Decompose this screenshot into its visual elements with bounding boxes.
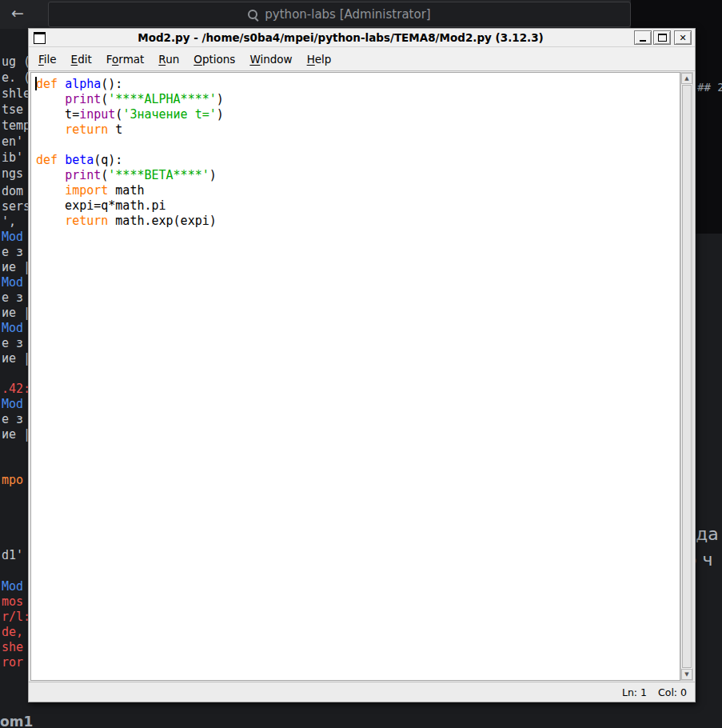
background-text-fragment: e. (	[2, 70, 30, 86]
background-text-fragment: shle	[2, 86, 30, 102]
menu-item-run[interactable]: Run	[151, 50, 186, 69]
menu-item-options[interactable]: Options	[186, 50, 242, 69]
background-text-fragment: ие |	[2, 351, 30, 366]
code-line: def beta(q):	[36, 153, 678, 168]
text-editor[interactable]: def alpha(): print('****ALPHA****') t=in…	[30, 72, 680, 681]
background-text-fragment: e з	[2, 412, 23, 427]
background-text-fragment: r/l:	[2, 610, 30, 625]
window-title: Mod2.py - /home/s0ba4/mpei/python-labs/T…	[49, 31, 632, 44]
background-text-fragment: да	[696, 526, 719, 542]
text-cursor	[35, 77, 37, 90]
background-text-fragment: d1'	[2, 548, 23, 563]
background-text-fragment: e з	[2, 245, 23, 260]
search-bar-text: python-labs [Administrator]	[265, 7, 430, 22]
background-text-fragment: ',	[2, 214, 23, 230]
status-line-number: Ln: 1	[622, 686, 647, 698]
background-text-fragment: ror	[2, 655, 23, 670]
background-text-fragment: dom	[2, 184, 23, 199]
background-text-fragment: sers	[2, 199, 30, 214]
background-text-fragment: ие |	[2, 427, 30, 442]
scrollbar-thumb[interactable]	[682, 85, 692, 668]
background-text-fragment: mpo	[2, 473, 23, 488]
background-text-fragment: Mod	[2, 579, 23, 594]
menu-item-help[interactable]: Help	[300, 50, 339, 69]
menu-item-window[interactable]: Window	[242, 50, 299, 69]
minimize-button[interactable]	[634, 30, 652, 45]
code-line: return t	[36, 122, 678, 138]
code-line: t=input('Значение t=')	[36, 107, 678, 122]
code-line: print('****ALPHA****')	[36, 92, 678, 107]
code-line: import math	[36, 183, 678, 198]
window-icon[interactable]	[34, 32, 46, 44]
menu-item-format[interactable]: Format	[99, 50, 152, 69]
scroll-up-arrow-icon[interactable]: ▲	[681, 73, 692, 84]
code-line: expi=q*math.pi	[36, 198, 678, 214]
back-arrow-icon[interactable]: ←	[11, 4, 24, 22]
vertical-scrollbar[interactable]: ▲ ▼	[680, 72, 693, 681]
code-line: return math.exp(expi)	[36, 214, 678, 229]
status-column-number: Col: 0	[658, 686, 687, 698]
code-line	[36, 138, 678, 153]
scroll-down-arrow-icon[interactable]: ▼	[681, 669, 692, 680]
background-text-fragment: ug (	[2, 54, 30, 70]
menu-item-file[interactable]: File	[31, 50, 64, 69]
background-text-fragment: en'	[2, 134, 23, 150]
code-area[interactable]: def alpha(): print('****ALPHA****') t=in…	[31, 73, 680, 680]
background-text-fragment: om1	[0, 714, 33, 728]
background-text-fragment: ие |	[2, 306, 30, 321]
status-bar: Ln: 1 Col: 0	[29, 682, 695, 702]
close-icon: ✕	[679, 34, 686, 42]
close-button[interactable]: ✕	[674, 30, 692, 45]
background-text-fragment: e з	[2, 290, 23, 306]
background-text-fragment: de,	[2, 625, 23, 640]
idle-editor-window: Mod2.py - /home/s0ba4/mpei/python-labs/T…	[28, 28, 696, 702]
title-bar[interactable]: Mod2.py - /home/s0ba4/mpei/python-labs/T…	[29, 29, 695, 47]
maximize-icon	[658, 34, 667, 42]
maximize-button[interactable]	[653, 30, 671, 45]
minimize-icon	[640, 40, 646, 42]
background-text-fragment: ие |	[2, 260, 30, 275]
background-text-fragment: ib'	[2, 150, 23, 166]
background-text-fragment: Mod	[2, 230, 23, 245]
desktop: ← python-labs [Administrator] ug (e. (sh…	[0, 0, 722, 728]
search-icon	[248, 10, 258, 20]
background-text-fragment: tse	[2, 102, 23, 118]
background-text-fragment: Mod	[2, 397, 23, 412]
background-text-fragment: temp	[2, 118, 30, 134]
menu-bar: FileEditFormatRunOptionsWindowHelp	[29, 47, 695, 71]
background-text-fragment: she	[2, 640, 23, 655]
code-line: def alpha():	[36, 77, 678, 92]
menu-item-edit[interactable]: Edit	[64, 50, 99, 69]
background-text-fragment: ngs	[2, 166, 23, 182]
background-text-fragment: Mod	[2, 275, 23, 290]
background-text-fragment: Mod	[2, 321, 23, 336]
background-text-fragment: e з	[2, 336, 23, 351]
code-line: print('****BETA****')	[36, 168, 678, 183]
background-text-fragment: .42:	[2, 382, 30, 397]
search-bar[interactable]: python-labs [Administrator]	[48, 2, 631, 27]
background-text-fragment: mos	[2, 594, 23, 610]
